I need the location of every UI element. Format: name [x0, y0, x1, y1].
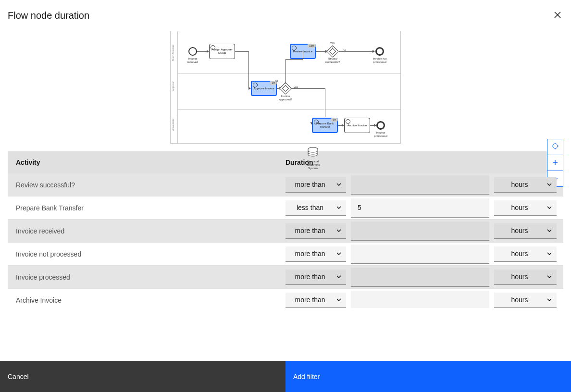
- add-filter-button[interactable]: Add filter: [286, 361, 571, 392]
- sequence-flow: [235, 51, 248, 52]
- select-value: less than: [297, 204, 323, 211]
- flow-label: no: [275, 79, 278, 83]
- duration-value-input[interactable]: [351, 268, 489, 287]
- user-task-icon: [292, 46, 297, 50]
- user-task-icon: [314, 120, 319, 124]
- duration-value-input[interactable]: [351, 198, 489, 218]
- bpmn-diagram-panel: Team Assistant Approver Accountant Invoi…: [0, 21, 571, 144]
- cancel-button[interactable]: Cancel: [0, 361, 286, 392]
- select-value: hours: [511, 273, 528, 281]
- sequence-flow: [333, 46, 333, 49]
- task-label: Approve Invoice: [253, 87, 274, 90]
- flow-node-duration-dialog: Flow node duration Team Assistant Approv…: [0, 0, 571, 392]
- plus-icon: [552, 159, 558, 167]
- unit-select[interactable]: hours: [494, 223, 557, 239]
- table-row: Invoice receivedmore thanhours: [8, 220, 563, 243]
- sequence-flow: [286, 59, 303, 60]
- crosshair-icon: [551, 142, 559, 152]
- close-icon: [554, 11, 561, 20]
- chevron-down-icon: [547, 183, 552, 186]
- column-header-duration: Duration: [286, 151, 556, 173]
- activity-cell: Prepare Bank Transfer: [8, 204, 286, 212]
- duration-value-input[interactable]: [351, 245, 489, 264]
- task-prepare-bank-transfer[interactable]: Prepare Bank Transfer 5h: [312, 118, 338, 133]
- table-row: Invoice processedmore thanhours: [8, 266, 563, 289]
- dialog-header: Flow node duration: [0, 0, 571, 21]
- select-value: more than: [295, 227, 325, 234]
- sequence-flow: [325, 88, 325, 117]
- table-row: Review successful?more thanhours: [8, 173, 563, 196]
- chevron-down-icon: [336, 252, 341, 255]
- comparator-select[interactable]: more than: [286, 293, 346, 308]
- comparator-select[interactable]: more than: [286, 270, 346, 285]
- activity-cell: Invoice processed: [8, 273, 286, 281]
- chevron-down-icon: [547, 275, 552, 278]
- user-task-icon: [211, 45, 215, 50]
- lane-label: Accountant: [172, 119, 174, 131]
- close-button[interactable]: [552, 10, 563, 21]
- comparator-select[interactable]: more than: [286, 246, 346, 262]
- dialog-title: Flow node duration: [8, 10, 552, 21]
- select-value: more than: [295, 273, 325, 281]
- select-value: hours: [511, 250, 528, 257]
- table-header: Activity Duration: [8, 151, 563, 173]
- duration-value-input[interactable]: [351, 221, 489, 241]
- zoom-fit-button[interactable]: [547, 139, 563, 155]
- select-value: hours: [511, 204, 528, 211]
- chevron-down-icon: [547, 229, 552, 232]
- unit-select[interactable]: hours: [494, 270, 557, 285]
- service-task-icon: [346, 119, 350, 124]
- select-value: more than: [295, 296, 325, 304]
- table-row: Archive Invoicemore thanhours: [8, 289, 563, 308]
- start-event-icon[interactable]: [188, 47, 197, 56]
- event-label: Invoice processed: [373, 131, 388, 138]
- event-label: Invoice received: [186, 57, 199, 64]
- task-approve-invoice[interactable]: Approve Invoice 1h: [251, 81, 277, 96]
- table-body[interactable]: Review successful?more thanhoursPrepare …: [8, 173, 563, 308]
- sequence-flow: [339, 51, 373, 52]
- duration-controls: more thanhours: [286, 291, 563, 308]
- duration-badge: 15h: [307, 44, 316, 48]
- end-event-icon[interactable]: [376, 121, 385, 130]
- table-row: Prepare Bank Transferless thanhours: [8, 196, 563, 220]
- comparator-select[interactable]: more than: [286, 177, 346, 193]
- bpmn-diagram[interactable]: Team Assistant Approver Accountant Invoi…: [170, 31, 401, 144]
- sequence-flow: [286, 59, 286, 84]
- select-value: hours: [511, 296, 528, 304]
- chevron-down-icon: [336, 206, 341, 209]
- task-label: Archive Invoice: [348, 124, 367, 127]
- duration-value-input[interactable]: [351, 175, 489, 195]
- svg-point-1: [553, 144, 558, 148]
- duration-controls: more thanhours: [286, 175, 563, 195]
- unit-select[interactable]: hours: [494, 293, 557, 308]
- lane-label: Team Assistant: [172, 45, 174, 61]
- chevron-down-icon: [336, 298, 341, 301]
- lane-label: Approver: [172, 81, 174, 91]
- duration-controls: more thanhours: [286, 221, 563, 241]
- sequence-flow: [248, 51, 249, 88]
- comparator-select[interactable]: less than: [286, 200, 346, 216]
- gateway-invoice-approved[interactable]: [279, 82, 291, 94]
- activity-cell: Invoice received: [8, 227, 286, 235]
- comparator-select[interactable]: more than: [286, 223, 346, 239]
- user-task-icon: [253, 83, 258, 87]
- chevron-down-icon: [547, 206, 552, 209]
- duration-controls: less thanhours: [286, 198, 563, 218]
- task-assign-approver-group[interactable]: Assign Approver Group: [209, 44, 235, 59]
- lane-divider: [177, 109, 400, 110]
- end-event-icon[interactable]: [375, 47, 384, 56]
- duration-value-input[interactable]: [351, 291, 489, 308]
- activity-cell: Review successful?: [8, 181, 286, 189]
- select-value: hours: [511, 227, 528, 234]
- chevron-down-icon: [547, 252, 552, 255]
- task-archive-invoice[interactable]: Archive Invoice: [344, 118, 370, 133]
- unit-select[interactable]: hours: [494, 246, 557, 262]
- duration-badge: 5h: [331, 118, 338, 122]
- zoom-in-button[interactable]: [547, 155, 563, 171]
- unit-select[interactable]: hours: [494, 177, 557, 193]
- unit-select[interactable]: hours: [494, 200, 557, 216]
- dialog-footer: Cancel Add filter: [0, 361, 571, 392]
- sequence-flow: [291, 88, 325, 89]
- sequence-flow: [316, 51, 326, 52]
- arrow-icon: [372, 50, 375, 53]
